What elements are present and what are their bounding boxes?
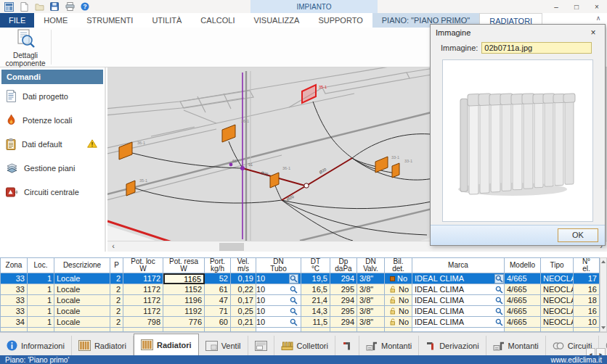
minimize-button[interactable]: – [546, 0, 566, 13]
cell-port[interactable]: 71 [205, 306, 231, 317]
scroll-left-icon[interactable]: ‹ [108, 241, 118, 252]
cell-dp[interactable]: 294 [330, 273, 357, 284]
column-header-dn[interactable]: DNTubo [256, 257, 301, 273]
magnifier-icon[interactable] [289, 296, 298, 305]
ribbon-tab-file[interactable]: FILE [0, 13, 34, 28]
cell-dn[interactable]: 3/8" [357, 273, 385, 284]
cell-zona[interactable]: 33 [0, 295, 28, 306]
cell-port[interactable]: 47 [205, 295, 231, 306]
cell-dn[interactable]: 10 [256, 273, 301, 284]
cell-n[interactable]: 18 [574, 295, 600, 306]
cell-potloc[interactable]: 1172 [123, 295, 163, 306]
column-header-port[interactable]: Port.kg/h [205, 257, 231, 273]
cell-potresa[interactable]: 776 [163, 317, 205, 328]
cell-potresa[interactable]: 1196 [163, 295, 205, 306]
cell-potresa[interactable]: 1165 [163, 273, 205, 284]
sidebar-item-gestione-piani[interactable]: Gestione piani [0, 156, 105, 180]
cell-modello[interactable]: 4/665 [505, 306, 541, 317]
cell-n[interactable]: 16 [574, 284, 600, 295]
cell-tipo[interactable]: NEOCLASSIC [541, 273, 574, 284]
magnifier-icon[interactable] [494, 274, 504, 284]
maximize-button[interactable]: □ [566, 0, 587, 13]
scrollbar-thumb[interactable] [219, 243, 244, 251]
bottom-tab-informazioni[interactable]: Informazioni [0, 336, 72, 355]
cell-descrizione[interactable]: Locale [54, 317, 110, 328]
cell-marca[interactable]: IDEAL CLIMA [412, 295, 505, 306]
bottom-tab-derivazioni[interactable]: Derivazioni [419, 336, 486, 355]
ribbon-tab-utilit-[interactable]: UTILITÀ [142, 13, 191, 28]
close-button[interactable]: × [587, 0, 607, 13]
cell-tipo[interactable]: NEOCLASSIC [541, 317, 574, 328]
cell-vel[interactable]: 0,19 [231, 273, 256, 284]
column-header-descrizione[interactable]: Descrizione [54, 257, 110, 273]
table-row[interactable]: 331Locale211721196470,171021,42943/8"NoI… [0, 295, 600, 306]
cell-zona[interactable]: 33 [0, 273, 28, 284]
cell-bil[interactable]: No [385, 295, 412, 306]
cell-marca[interactable]: IDEAL CLIMA [412, 317, 505, 328]
column-header-potloc[interactable]: Pot. locW [123, 257, 163, 273]
cell-vel[interactable]: 0,17 [231, 295, 256, 306]
cell-port[interactable]: 61 [205, 284, 231, 295]
sidebar-item-dati-default[interactable]: Dati default [0, 132, 105, 156]
cell-potresa[interactable]: 1192 [163, 306, 205, 317]
cell-zona[interactable]: 34 [0, 317, 28, 328]
magnifier-icon[interactable] [494, 296, 504, 305]
cell-dt[interactable]: 14,3 [301, 306, 330, 317]
magnifier-icon[interactable] [494, 307, 504, 316]
magnifier-icon[interactable] [289, 285, 298, 294]
bottom-tab-montanti[interactable]: Montanti [486, 336, 546, 355]
column-header-dn[interactable]: DNValv. [357, 257, 385, 273]
cell-dt[interactable]: 21,4 [301, 295, 330, 306]
cell-potloc[interactable]: 1172 [123, 273, 163, 284]
cell-descrizione[interactable]: Locale [54, 273, 110, 284]
cell-dn[interactable]: 3/8" [357, 284, 385, 295]
magnifier-icon[interactable] [289, 318, 298, 327]
table-vertical-scrollbar[interactable] [600, 257, 607, 332]
cell-marca[interactable]: IDEAL CLIMA [412, 284, 505, 295]
column-header-marca[interactable]: Marca [412, 257, 505, 273]
cell-p[interactable]: 2 [110, 284, 123, 295]
sidebar-item-dati-progetto[interactable]: Dati progetto [0, 84, 105, 108]
ok-button[interactable]: OK [558, 228, 598, 242]
cell-dt[interactable]: 19,5 [301, 273, 330, 284]
cell-dp[interactable]: 294 [330, 317, 357, 328]
cell-loc[interactable]: 1 [28, 295, 54, 306]
bottom-tab-montanti[interactable]: Montanti [359, 336, 419, 355]
cell-tipo[interactable]: NEOCLASSIC [541, 306, 574, 317]
column-header-vel[interactable]: Vel.m/s [231, 257, 256, 273]
cell-n[interactable]: 16 [574, 306, 600, 317]
cell-bil[interactable]: No [385, 317, 412, 328]
cell-potloc[interactable]: 798 [123, 317, 163, 328]
cell-modello[interactable]: 4/665 [505, 273, 541, 284]
cell-potresa[interactable]: 1152 [163, 284, 205, 295]
magnifier-icon[interactable] [494, 318, 504, 327]
ribbon-tab-visualizza[interactable]: VISUALIZZA [244, 13, 309, 28]
cell-vel[interactable]: 0,25 [231, 306, 256, 317]
magnifier-icon[interactable] [494, 285, 504, 294]
ribbon-tab-calcoli[interactable]: CALCOLI [191, 13, 244, 28]
cell-p[interactable]: 2 [110, 317, 123, 328]
cell-tipo[interactable]: NEOCLASSIC [541, 284, 574, 295]
column-header-p[interactable]: P [110, 257, 123, 273]
cell-port[interactable]: 52 [205, 273, 231, 284]
bottom-tab-icon[interactable] [248, 336, 274, 355]
ribbon-tab-strumenti[interactable]: STRUMENTI [77, 13, 142, 28]
cell-dn[interactable]: 10 [256, 295, 301, 306]
column-header-dp[interactable]: DpdaPa [330, 257, 357, 273]
scroll-down-icon[interactable] [601, 326, 606, 329]
cell-zona[interactable]: 33 [0, 284, 28, 295]
status-website-link[interactable]: www.edilclima.it [550, 356, 602, 364]
cell-n[interactable]: 10 [574, 317, 600, 328]
cell-vel[interactable]: 0,22 [231, 284, 256, 295]
cell-dn[interactable]: 3/8" [357, 317, 385, 328]
column-header-bil[interactable]: Bil.det. [385, 257, 412, 273]
bottom-tab-collettori[interactable]: Collettori [274, 336, 335, 355]
cell-dt[interactable]: 11,5 [301, 317, 330, 328]
help-icon[interactable]: ? [79, 1, 91, 12]
cell-marca[interactable]: IDEAL CLIMA [412, 273, 505, 284]
cell-descrizione[interactable]: Locale [54, 306, 110, 317]
column-header-modello[interactable]: Modello [505, 257, 541, 273]
table-row[interactable]: 341Locale2798776600,211011,52943/8"NoIDE… [0, 317, 600, 328]
bottom-tab-ventil[interactable]: Ventil [199, 336, 248, 355]
cell-dn[interactable]: 3/8" [357, 295, 385, 306]
